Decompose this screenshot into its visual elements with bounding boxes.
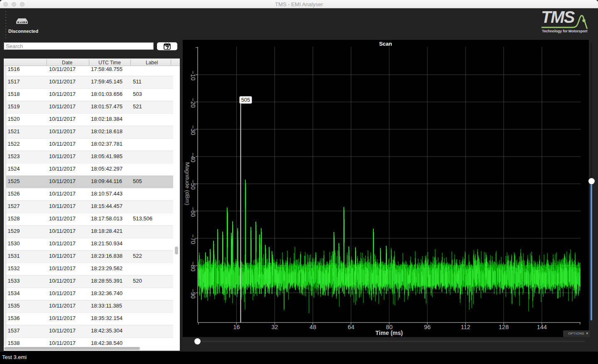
svg-text:−90: −90 [190, 289, 196, 299]
svg-text:Magnitude (dBm): Magnitude (dBm) [184, 162, 191, 205]
svg-text:96: 96 [424, 324, 431, 330]
svg-text:−60: −60 [190, 207, 196, 217]
svg-text:16: 16 [233, 324, 240, 330]
svg-text:144: 144 [537, 324, 547, 330]
svg-text:505: 505 [241, 97, 250, 103]
svg-text:−30: −30 [190, 125, 196, 135]
svg-text:−80: −80 [190, 261, 196, 271]
svg-text:64: 64 [348, 324, 354, 330]
svg-text:48: 48 [309, 324, 316, 330]
svg-text:Scan: Scan [379, 41, 392, 47]
svg-text:−40: −40 [190, 152, 196, 162]
svg-text:128: 128 [499, 324, 509, 330]
svg-text:112: 112 [461, 324, 470, 330]
svg-text:Time (ms): Time (ms) [375, 330, 403, 336]
svg-text:−20: −20 [190, 98, 196, 108]
svg-text:−70: −70 [190, 234, 196, 244]
svg-text:32: 32 [271, 324, 278, 330]
svg-text:−10: −10 [190, 71, 196, 81]
